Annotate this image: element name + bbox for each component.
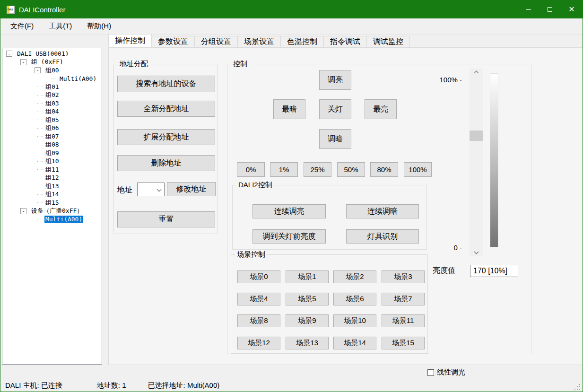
- tree-item[interactable]: 组05: [2, 116, 102, 124]
- scene-button-9[interactable]: 场景9: [286, 314, 329, 327]
- assign-extended-address-button[interactable]: 扩展分配地址: [117, 129, 215, 145]
- tab-指令调试[interactable]: 指令调试: [324, 36, 367, 47]
- percent-button-80%[interactable]: 80%: [370, 162, 398, 177]
- scene-button-3[interactable]: 场景3: [382, 270, 425, 283]
- search-addressed-devices-button[interactable]: 搜索有地址的设备: [117, 76, 215, 92]
- tree-item[interactable]: Multi(A00): [2, 75, 102, 83]
- scene-button-11[interactable]: 场景11: [382, 314, 425, 327]
- tab-色温控制[interactable]: 色温控制: [281, 36, 324, 47]
- tree-item[interactable]: 组10: [2, 157, 102, 166]
- app-window: DALIController ✕ 文件(F)工具(T)帮助(H) -DALI U…: [0, 0, 583, 392]
- dimmest-button[interactable]: 最暗: [273, 99, 305, 119]
- tree-item[interactable]: 组09: [2, 149, 102, 157]
- tree-item-label: 组12: [44, 174, 60, 182]
- percent-button-50%[interactable]: 50%: [337, 162, 365, 177]
- scene-button-14[interactable]: 场景14: [333, 337, 376, 349]
- tree-item[interactable]: 组06: [2, 124, 102, 133]
- brightest-button[interactable]: 最亮: [365, 99, 397, 119]
- tree-connector: [37, 178, 43, 178]
- scroll-up-button[interactable]: [470, 69, 483, 77]
- tree-item[interactable]: 组02: [2, 91, 102, 100]
- scroll-down-button[interactable]: [470, 247, 483, 256]
- tree-item[interactable]: 组04: [2, 108, 102, 116]
- tab-参数设置[interactable]: 参数设置: [152, 36, 195, 47]
- reset-button[interactable]: 重置: [117, 211, 215, 227]
- scene-button-10[interactable]: 场景10: [333, 314, 376, 327]
- resize-grip[interactable]: [579, 389, 580, 390]
- close-icon: ✕: [568, 6, 574, 13]
- recall-last-level-button[interactable]: 调到关灯前亮度: [252, 229, 326, 244]
- brightness-scrollbar[interactable]: [470, 69, 483, 256]
- scene-button-0[interactable]: 场景0: [237, 270, 280, 283]
- tree-item[interactable]: 组13: [2, 182, 102, 191]
- tree-item[interactable]: 组07: [2, 132, 102, 141]
- percent-button-0%[interactable]: 0%: [237, 162, 265, 177]
- tree-expander-icon[interactable]: -: [35, 67, 41, 73]
- scrollbar-thumb[interactable]: [470, 131, 483, 141]
- scene-button-2[interactable]: 场景2: [333, 270, 376, 283]
- tab-分组设置[interactable]: 分组设置: [195, 36, 238, 47]
- delete-address-button[interactable]: 删除地址: [117, 155, 215, 171]
- device-tree: -DALI USB(0001)-组 (0xFF)-组00Multi(A00)组0…: [2, 48, 102, 365]
- tree-connector: [37, 202, 43, 203]
- tree-item-label: 设备（广播0xFF）: [30, 207, 84, 215]
- window-controls: ✕: [517, 0, 583, 18]
- brightness-value-label: 亮度值: [433, 266, 455, 276]
- scene-button-15[interactable]: 场景15: [382, 337, 425, 349]
- tab-操作控制[interactable]: 操作控制: [108, 34, 152, 47]
- tree-item-label: Multi(A00): [59, 75, 97, 82]
- tree-expander-icon[interactable]: -: [6, 51, 12, 57]
- percent-button-1%[interactable]: 1%: [270, 162, 298, 177]
- tree-item[interactable]: -组 (0xFF): [2, 58, 102, 67]
- tree-item[interactable]: 组12: [2, 174, 102, 183]
- close-button[interactable]: ✕: [561, 0, 583, 18]
- tree-item-label: 组13: [44, 182, 60, 191]
- tree-item[interactable]: -DALI USB(0001): [2, 50, 102, 58]
- tree-item[interactable]: -组00: [2, 66, 102, 75]
- scene-button-12[interactable]: 场景12: [237, 337, 280, 349]
- tree-item[interactable]: -设备（广播0xFF）: [2, 207, 102, 216]
- tree-item[interactable]: 组01: [2, 83, 102, 91]
- brightness-value-field[interactable]: 170 [10%]: [470, 265, 518, 277]
- linear-dimming-label: 线性调光: [437, 368, 465, 377]
- tree-item[interactable]: Multi(A00): [2, 215, 102, 224]
- tree-connector: [37, 103, 43, 104]
- minimize-button[interactable]: [517, 0, 539, 18]
- maximize-button[interactable]: [539, 0, 561, 18]
- scene-button-8[interactable]: 场景8: [237, 314, 280, 327]
- scene-button-13[interactable]: 场景13: [286, 337, 329, 349]
- menu-item-工具(T)[interactable]: 工具(T): [43, 19, 78, 33]
- tree-item[interactable]: 组11: [2, 166, 102, 174]
- percent-button-25%[interactable]: 25%: [304, 162, 331, 177]
- scene-button-1[interactable]: 场景1: [286, 270, 329, 283]
- dim-button[interactable]: 调暗: [319, 129, 351, 149]
- tab-调试监控[interactable]: 调试监控: [367, 36, 410, 47]
- menu-item-帮助(H)[interactable]: 帮助(H): [81, 19, 117, 33]
- tree-connector: [37, 169, 43, 170]
- chevron-up-icon: [474, 70, 479, 75]
- continuous-dim-button[interactable]: 连续调暗: [346, 204, 419, 218]
- luminaire-identify-button[interactable]: 灯具识别: [346, 229, 419, 244]
- scene-button-5[interactable]: 场景5: [286, 293, 329, 305]
- brighten-button[interactable]: 调亮: [319, 70, 351, 90]
- menu-item-文件(F)[interactable]: 文件(F): [5, 19, 39, 33]
- tree-expander-icon[interactable]: -: [20, 208, 26, 214]
- tree-expander-icon[interactable]: -: [20, 59, 26, 65]
- modify-address-button[interactable]: 修改地址: [167, 182, 216, 196]
- tree-item[interactable]: 组15: [2, 199, 102, 207]
- assign-new-address-button[interactable]: 全新分配地址: [117, 101, 215, 117]
- address-combobox[interactable]: [137, 183, 165, 196]
- percent-button-100%[interactable]: 100%: [404, 162, 432, 177]
- continuous-brighten-button[interactable]: 连续调亮: [252, 204, 326, 218]
- tree-item[interactable]: 组03: [2, 99, 102, 108]
- linear-dimming-checkbox[interactable]: [427, 369, 434, 376]
- lights-off-button[interactable]: 关灯: [319, 99, 351, 119]
- tab-场景设置[interactable]: 场景设置: [238, 36, 281, 47]
- dali2-group-title: DALI2控制: [236, 181, 274, 190]
- scene-button-4[interactable]: 场景4: [237, 293, 280, 305]
- tree-item[interactable]: 组08: [2, 141, 102, 149]
- control-group: 控制 调亮 最暗 关灯 最亮 调暗 0%1%25%50%80%100% DALI…: [227, 64, 531, 354]
- tree-item[interactable]: 组14: [2, 191, 102, 199]
- scene-button-6[interactable]: 场景6: [333, 293, 376, 305]
- scene-button-7[interactable]: 场景7: [382, 293, 425, 305]
